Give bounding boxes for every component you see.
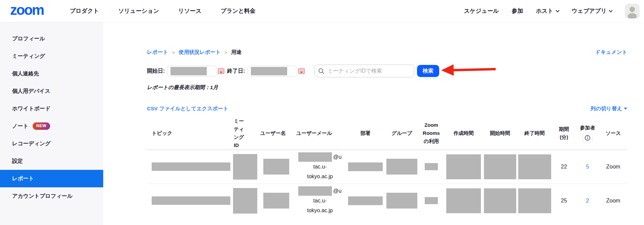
redacted-start-time <box>484 154 516 179</box>
redacted-meeting-id <box>233 154 257 180</box>
col-header-group: グループ <box>385 117 419 150</box>
sidebar-item-recordings[interactable]: レコーディング <box>0 135 103 152</box>
start-date-input[interactable] <box>167 66 217 77</box>
col-header-user-email: ユーザーメール <box>294 117 346 150</box>
breadcrumb-usage-reports-link[interactable]: 使用状況レポート <box>179 49 221 56</box>
main-content: レポート > 使用状況レポート > 用途 ドキュメント 開始日: 終了日: <box>103 22 644 225</box>
redacted-user-name <box>263 193 289 209</box>
end-date-label: 終了日: <box>227 68 245 75</box>
source-value: Zoom <box>599 184 627 218</box>
sidebar-item-settings[interactable]: 設定 <box>0 152 103 170</box>
redacted-email-prefix <box>298 152 332 162</box>
search-button[interactable]: 検索 <box>417 65 439 77</box>
participants-count-link[interactable]: 2 <box>586 197 589 203</box>
col-header-zoom-rooms: Zoom Rooms の利用 <box>419 117 444 150</box>
user-email-cell: @u tac.u- tokyo.ac.jp <box>294 150 346 184</box>
export-csv-link[interactable]: CSV ファイルとしてエクスポート <box>147 105 228 112</box>
redacted-group <box>386 159 417 175</box>
meeting-id-search-input[interactable] <box>328 68 411 74</box>
redacted-start-time <box>484 188 516 213</box>
redacted-zoom-rooms <box>425 197 438 204</box>
avatar[interactable] <box>625 4 640 18</box>
top-navigation: zoom プロダクト ソリューション リソース プランと料金 スケジュール 参加… <box>0 0 644 22</box>
breadcrumb-separator: > <box>224 49 227 55</box>
usage-report-table: トピック ミーティング ID ユーザー名 ユーザーメール 部署 グループ Zoo… <box>147 117 627 218</box>
col-header-user-name: ユーザー名 <box>258 117 294 150</box>
start-date-label: 開始日: <box>147 68 165 75</box>
redacted-end-time <box>518 188 551 213</box>
col-header-participants: 参加者 <box>576 117 599 150</box>
sidebar-item-profile[interactable]: プロフィール <box>0 30 103 47</box>
end-date-input[interactable] <box>248 66 297 77</box>
user-email-cell: @u tac.u- tokyo.ac.jp <box>294 184 346 218</box>
col-header-meeting-id: ミーティング ID <box>232 117 258 150</box>
table-row: @u tac.u- tokyo.ac.jp 25 2 Zoom <box>147 184 627 218</box>
redacted-zoom-rooms <box>425 163 438 170</box>
redacted-end-time <box>518 154 551 179</box>
search-icon <box>318 68 325 74</box>
col-header-end-time: 終了時間 <box>517 117 552 150</box>
nav-solutions[interactable]: ソリューション <box>118 7 159 15</box>
nav-web-app[interactable]: ウェブアプリ <box>572 7 612 15</box>
sidebar-item-notes[interactable]: ノート NEW <box>0 117 103 135</box>
documentation-link[interactable]: ドキュメント <box>595 49 627 56</box>
sidebar-item-personal-contacts[interactable]: 個人連絡先 <box>0 65 103 82</box>
duration-value: 25 <box>552 184 576 218</box>
col-header-creation-time: 作成時間 <box>444 117 483 150</box>
info-icon[interactable] <box>582 133 593 143</box>
redacted-topic <box>152 162 230 171</box>
col-header-duration: 期間 (分) <box>552 117 576 150</box>
nav-join[interactable]: 参加 <box>512 7 523 15</box>
breadcrumb-current: 用途 <box>231 49 241 56</box>
sidebar-item-whiteboard[interactable]: ホワイトボード <box>0 100 103 117</box>
redacted-department <box>348 162 383 171</box>
col-header-topic: トピック <box>147 117 232 150</box>
calendar-icon[interactable] <box>218 68 224 74</box>
toggle-columns-link[interactable]: 列の切り替え <box>591 105 627 112</box>
redacted-creation-time <box>446 154 481 179</box>
sidebar-item-account-profile[interactable]: アカウントプロフィール <box>0 187 103 205</box>
arrow-tail <box>451 68 496 71</box>
report-period-note: レポートの最長表示期間：1月 <box>147 84 627 91</box>
sidebar: プロフィール ミーティング 個人連絡先 個人用デバイス ホワイトボード ノート … <box>0 22 103 225</box>
redacted-department <box>348 196 383 205</box>
nav-plans-pricing[interactable]: プランと料金 <box>221 7 256 15</box>
nav-host[interactable]: ホスト <box>536 7 559 15</box>
account-nav: スケジュール 参加 ホスト ウェブアプリ <box>464 4 640 18</box>
meeting-id-search-box <box>314 65 414 77</box>
nav-resources[interactable]: リソース <box>178 7 201 15</box>
nav-schedule[interactable]: スケジュール <box>464 7 499 15</box>
breadcrumb-reports-link[interactable]: レポート <box>147 49 168 56</box>
duration-value: 22 <box>552 150 576 184</box>
redacted-creation-time <box>446 188 481 213</box>
breadcrumb-separator: > <box>172 49 175 55</box>
participants-count-link[interactable]: 5 <box>586 163 589 170</box>
new-badge: NEW <box>33 122 50 130</box>
primary-nav: プロダクト ソリューション リソース プランと料金 <box>70 7 256 15</box>
chevron-down-icon <box>556 9 559 12</box>
redacted-start-date <box>171 67 207 75</box>
chevron-down-icon <box>609 9 612 12</box>
sidebar-item-personal-devices[interactable]: 個人用デバイス <box>0 82 103 100</box>
redacted-end-date <box>251 67 287 75</box>
sidebar-item-meetings[interactable]: ミーティング <box>0 47 103 65</box>
filter-bar: 開始日: 終了日: <box>147 65 627 77</box>
col-header-department: 部署 <box>346 117 385 150</box>
redacted-user-name <box>263 159 289 175</box>
table-row: @u tac.u- tokyo.ac.jp 22 5 Zoom <box>147 150 627 184</box>
redacted-topic <box>152 196 230 205</box>
col-header-source: ソース <box>599 117 627 150</box>
source-value: Zoom <box>599 150 627 184</box>
zoom-logo[interactable]: zoom <box>10 3 44 19</box>
redacted-meeting-id <box>233 188 257 214</box>
triangle-down-icon <box>624 108 627 110</box>
table-header-row: トピック ミーティング ID ユーザー名 ユーザーメール 部署 グループ Zoo… <box>147 117 627 150</box>
col-header-start-time: 開始時間 <box>483 117 517 150</box>
redacted-group <box>386 193 417 209</box>
breadcrumb: レポート > 使用状況レポート > 用途 <box>147 49 241 56</box>
annotation-arrow <box>441 63 496 76</box>
sidebar-item-reports[interactable]: レポート <box>0 170 103 187</box>
redacted-email-prefix <box>298 186 332 196</box>
nav-products[interactable]: プロダクト <box>70 7 99 15</box>
calendar-icon[interactable] <box>298 68 305 74</box>
